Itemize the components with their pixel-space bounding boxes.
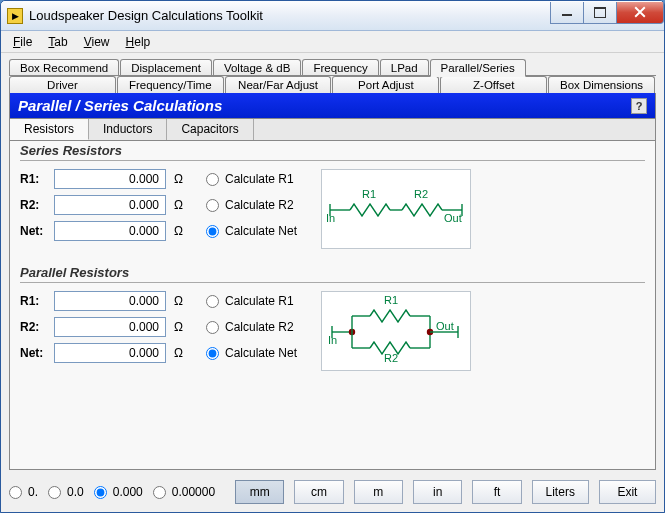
series-calc-net-radio[interactable]: Calculate Net xyxy=(206,224,297,238)
series-r2-label: R2: xyxy=(20,198,54,212)
menu-file[interactable]: File xyxy=(5,33,40,51)
series-diag-out: Out xyxy=(444,212,462,224)
tab-lpad[interactable]: LPad xyxy=(380,59,429,76)
unit-ft-button[interactable]: ft xyxy=(472,480,521,504)
menu-tab[interactable]: Tab xyxy=(40,33,75,51)
unit-cm-button[interactable]: cm xyxy=(294,480,343,504)
parallel-r2-unit: Ω xyxy=(166,320,188,334)
tab-box-recommend[interactable]: Box Recommend xyxy=(9,59,119,76)
tab-box-dimensions[interactable]: Box Dimensions xyxy=(548,76,655,93)
minimize-button[interactable] xyxy=(550,2,584,24)
footer-bar: 0. 0.0 0.000 0.00000 mm cm m in ft Liter… xyxy=(9,470,656,504)
subtab-inductors[interactable]: Inductors xyxy=(89,119,167,140)
series-net-input[interactable] xyxy=(54,221,166,241)
parallel-r2-label: R2: xyxy=(20,320,54,334)
series-r1-label: R1: xyxy=(20,172,54,186)
unit-in-button[interactable]: in xyxy=(413,480,462,504)
help-button[interactable]: ? xyxy=(631,98,647,114)
main-tabstrip: Box Recommend Displacement Voltage & dB … xyxy=(9,59,656,93)
tab-driver[interactable]: Driver xyxy=(9,76,116,93)
parallel-calc-r2-radio[interactable]: Calculate R2 xyxy=(206,320,294,334)
content-panel: Series Resistors R1: Ω Calculate R1 R2: … xyxy=(9,141,656,470)
tab-frequency-time[interactable]: Frequency/Time xyxy=(117,76,224,93)
tab-parallel-series[interactable]: Parallel/Series xyxy=(430,59,526,77)
sub-tabstrip: Resistors Inductors Capacitors xyxy=(9,119,656,141)
close-button[interactable] xyxy=(616,2,664,24)
menu-help[interactable]: Help xyxy=(118,33,159,51)
menu-bar: File Tab View Help xyxy=(1,31,664,53)
series-diagram: In R1 R2 Out xyxy=(321,169,471,249)
tab-z-offset[interactable]: Z-Offset xyxy=(440,76,547,93)
page-header: Parallel / Series Calculations ? xyxy=(9,93,656,119)
parallel-r1-unit: Ω xyxy=(166,294,188,308)
unit-mm-button[interactable]: mm xyxy=(235,480,284,504)
parallel-diag-r1: R1 xyxy=(384,294,398,306)
series-diag-r2: R2 xyxy=(414,188,428,200)
tab-port-adjust[interactable]: Port Adjust xyxy=(332,76,439,93)
series-title: Series Resistors xyxy=(20,143,645,161)
app-icon: ▶ xyxy=(7,8,23,24)
menu-view[interactable]: View xyxy=(76,33,118,51)
unit-m-button[interactable]: m xyxy=(354,480,403,504)
parallel-title: Parallel Resistors xyxy=(20,265,645,283)
parallel-r1-input[interactable] xyxy=(54,291,166,311)
tab-displacement[interactable]: Displacement xyxy=(120,59,212,76)
precision-000[interactable]: 0.000 xyxy=(94,485,143,499)
parallel-net-input[interactable] xyxy=(54,343,166,363)
tab-near-far[interactable]: Near/Far Adjust xyxy=(225,76,332,93)
parallel-diag-r2: R2 xyxy=(384,352,398,364)
parallel-diagram: In R1 R2 Out xyxy=(321,291,471,371)
tab-voltage-db[interactable]: Voltage & dB xyxy=(213,59,302,76)
series-r1-input[interactable] xyxy=(54,169,166,189)
series-diag-r1: R1 xyxy=(362,188,376,200)
series-calc-r1-radio[interactable]: Calculate R1 xyxy=(206,172,294,186)
page-title: Parallel / Series Calculations xyxy=(18,97,222,114)
parallel-diag-in: In xyxy=(328,334,337,346)
title-bar[interactable]: ▶ Loudspeaker Design Calculations Toolki… xyxy=(1,1,664,31)
series-r1-unit: Ω xyxy=(166,172,188,186)
parallel-calc-net-radio[interactable]: Calculate Net xyxy=(206,346,297,360)
series-r2-unit: Ω xyxy=(166,198,188,212)
precision-00000[interactable]: 0.00000 xyxy=(153,485,215,499)
maximize-button[interactable] xyxy=(583,2,617,24)
tab-frequency[interactable]: Frequency xyxy=(302,59,378,76)
series-calc-r2-radio[interactable]: Calculate R2 xyxy=(206,198,294,212)
precision-0[interactable]: 0. xyxy=(9,485,38,499)
series-net-unit: Ω xyxy=(166,224,188,238)
series-diag-in: In xyxy=(326,212,335,224)
client-area: Box Recommend Displacement Voltage & dB … xyxy=(1,53,664,512)
app-window: ▶ Loudspeaker Design Calculations Toolki… xyxy=(0,0,665,513)
subtab-resistors[interactable]: Resistors xyxy=(10,119,89,140)
parallel-diag-out: Out xyxy=(436,320,454,332)
parallel-net-unit: Ω xyxy=(166,346,188,360)
unit-liters-button[interactable]: Liters xyxy=(532,480,589,504)
series-net-label: Net: xyxy=(20,224,54,238)
precision-00[interactable]: 0.0 xyxy=(48,485,84,499)
parallel-r2-input[interactable] xyxy=(54,317,166,337)
parallel-calc-r1-radio[interactable]: Calculate R1 xyxy=(206,294,294,308)
parallel-r1-label: R1: xyxy=(20,294,54,308)
parallel-net-label: Net: xyxy=(20,346,54,360)
series-r2-input[interactable] xyxy=(54,195,166,215)
subtab-capacitors[interactable]: Capacitors xyxy=(167,119,253,140)
exit-button[interactable]: Exit xyxy=(599,480,656,504)
window-title: Loudspeaker Design Calculations Toolkit xyxy=(29,8,551,23)
